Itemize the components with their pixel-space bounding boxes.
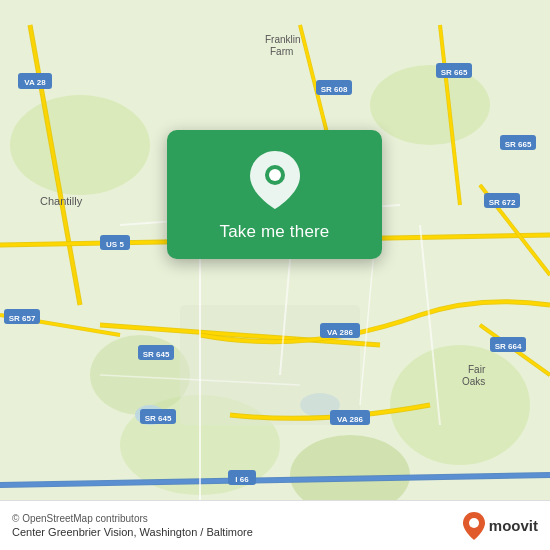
svg-text:Farm: Farm — [270, 46, 293, 57]
svg-point-66 — [469, 518, 479, 528]
svg-point-1 — [370, 65, 490, 145]
svg-text:SR 672: SR 672 — [489, 198, 516, 207]
svg-text:VA 286: VA 286 — [327, 328, 353, 337]
svg-text:I 66: I 66 — [235, 475, 249, 484]
svg-point-2 — [390, 345, 530, 465]
copyright-text: © OpenStreetMap contributors — [12, 513, 463, 524]
svg-text:VA 286: VA 286 — [337, 415, 363, 424]
svg-line-26 — [0, 475, 550, 485]
moovit-brand-text: moovit — [489, 517, 538, 534]
svg-text:SR 665: SR 665 — [505, 140, 532, 149]
svg-text:Oaks: Oaks — [462, 376, 485, 387]
svg-text:US 5: US 5 — [106, 240, 124, 249]
location-label: Center Greenbrier Vision, Washington / B… — [12, 526, 463, 538]
svg-text:Chantilly: Chantilly — [40, 195, 83, 207]
take-me-there-button[interactable]: Take me there — [220, 220, 330, 244]
svg-text:SR 608: SR 608 — [321, 85, 348, 94]
map-container: VA 28 SR 608 SR 665 SR 665 SR 672 SR 657… — [0, 0, 550, 550]
pin-icon-wrap — [245, 150, 305, 210]
svg-point-0 — [10, 95, 150, 195]
svg-text:SR 657: SR 657 — [9, 314, 36, 323]
svg-text:Franklin: Franklin — [265, 34, 301, 45]
bottom-bar: © OpenStreetMap contributors Center Gree… — [0, 500, 550, 550]
svg-text:SR 645: SR 645 — [145, 414, 172, 423]
map-background: VA 28 SR 608 SR 665 SR 665 SR 672 SR 657… — [0, 0, 550, 550]
svg-text:SR 665: SR 665 — [441, 68, 468, 77]
location-pin-icon — [250, 151, 300, 209]
moovit-logo: moovit — [463, 512, 538, 540]
location-card: Take me there — [167, 130, 382, 259]
svg-text:SR 664: SR 664 — [495, 342, 522, 351]
svg-text:SR 645: SR 645 — [143, 350, 170, 359]
moovit-pin-icon — [463, 512, 485, 540]
svg-text:Fair: Fair — [468, 364, 486, 375]
svg-text:VA 28: VA 28 — [24, 78, 46, 87]
svg-point-65 — [269, 169, 281, 181]
